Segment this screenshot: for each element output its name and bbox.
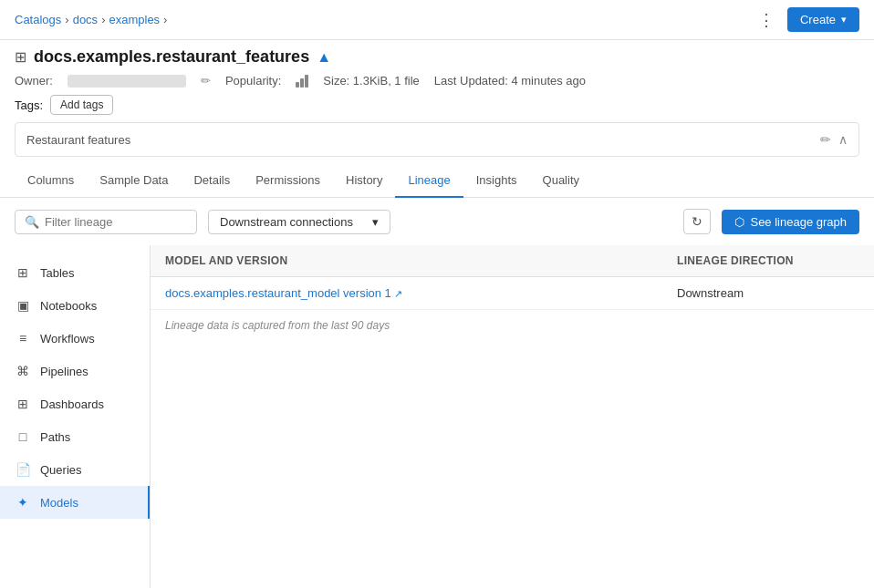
description-edit-button[interactable]: ✏ xyxy=(820,132,831,147)
see-lineage-graph-button[interactable]: ⬡ See lineage graph xyxy=(722,210,859,234)
meta-row: Owner: ✏ Popularity: Size: 1.3KiB, 1 fil… xyxy=(0,70,874,91)
paths-icon: □ xyxy=(15,429,31,444)
connection-type-dropdown[interactable]: Downstream connections ▾ xyxy=(208,210,390,234)
sidebar-item-notebooks[interactable]: ▣ Notebooks xyxy=(0,289,150,322)
sidebar-item-tables[interactable]: ⊞ Tables xyxy=(0,256,150,289)
cell-model: docs.examples.restaurant_model version 1… xyxy=(165,286,677,300)
pipelines-icon: ⌘ xyxy=(15,364,31,378)
tab-permissions[interactable]: Permissions xyxy=(243,164,333,198)
lineage-note: Lineage data is captured from the last 9… xyxy=(151,310,874,341)
create-button[interactable]: Create ▾ xyxy=(787,7,859,32)
create-chevron-icon: ▾ xyxy=(841,14,847,26)
sidebar-item-paths[interactable]: □ Paths xyxy=(0,420,150,453)
main-content: Model and version Lineage direction docs… xyxy=(151,245,874,588)
size-label: Size: 1.3KiB, 1 file xyxy=(323,74,420,88)
filter-lineage-input[interactable] xyxy=(45,215,172,229)
tags-row: Tags: Add tags xyxy=(0,91,874,122)
last-updated-label: Last Updated: 4 minutes ago xyxy=(434,74,586,88)
popularity-label: Popularity: xyxy=(225,74,281,88)
more-options-button[interactable]: ⋮ xyxy=(753,8,780,32)
sidebar: ⊞ Tables ▣ Notebooks ≡ Workflows ⌘ Pipel… xyxy=(0,245,151,588)
sidebar-item-pipelines[interactable]: ⌘ Pipelines xyxy=(0,355,150,387)
description-text: Restaurant features xyxy=(26,133,130,147)
owner-edit-icon[interactable]: ✏ xyxy=(201,74,211,88)
col-header-model: Model and version xyxy=(165,254,677,267)
tab-sample-data[interactable]: Sample Data xyxy=(87,164,181,198)
workflows-icon: ≡ xyxy=(15,331,31,346)
alert-icon: ▲ xyxy=(317,49,331,66)
dropdown-chevron-icon: ▾ xyxy=(372,215,379,229)
models-icon: ✦ xyxy=(15,495,31,510)
table-header: Model and version Lineage direction xyxy=(151,245,874,277)
top-bar-right: ⋮ Create ▾ xyxy=(753,7,859,32)
graph-icon: ⬡ xyxy=(734,215,744,229)
top-bar: Catalogs › docs › examples › ⋮ Create ▾ xyxy=(0,0,874,40)
breadcrumb-examples[interactable]: examples xyxy=(109,13,160,26)
owner-value xyxy=(68,75,186,88)
breadcrumb-docs[interactable]: docs xyxy=(73,13,98,26)
popularity-bars xyxy=(296,75,308,88)
notebooks-icon: ▣ xyxy=(15,298,31,313)
page-title: docs.examples.restaurant_features xyxy=(34,47,309,67)
dashboards-icon: ⊞ xyxy=(15,397,31,411)
queries-icon: 📄 xyxy=(15,462,31,477)
breadcrumb: Catalogs › docs › examples › xyxy=(15,13,167,26)
table-row: docs.examples.restaurant_model version 1… xyxy=(151,277,874,310)
refresh-button[interactable]: ↻ xyxy=(683,209,711,234)
tab-insights[interactable]: Insights xyxy=(463,164,530,198)
sidebar-item-models[interactable]: ✦ Models xyxy=(0,486,150,519)
filter-input-wrapper: 🔍 xyxy=(15,210,197,234)
description-box: Restaurant features ✏ ∧ xyxy=(15,122,859,157)
breadcrumb-catalogs[interactable]: Catalogs xyxy=(15,13,61,26)
model-link[interactable]: docs.examples.restaurant_model version 1… xyxy=(165,286,402,300)
sidebar-item-dashboards[interactable]: ⊞ Dashboards xyxy=(0,387,150,420)
tags-label: Tags: xyxy=(15,98,43,112)
content-area: ⊞ Tables ▣ Notebooks ≡ Workflows ⌘ Pipel… xyxy=(0,245,874,588)
tab-columns[interactable]: Columns xyxy=(15,164,87,198)
sidebar-item-queries[interactable]: 📄 Queries xyxy=(0,453,150,486)
lineage-toolbar: 🔍 Downstream connections ▾ ↻ ⬡ See linea… xyxy=(0,198,874,245)
table-icon: ⊞ xyxy=(15,48,26,66)
description-collapse-button[interactable]: ∧ xyxy=(838,132,848,147)
tabs: Columns Sample Data Details Permissions … xyxy=(0,164,874,198)
sidebar-item-workflows[interactable]: ≡ Workflows xyxy=(0,322,150,355)
search-icon: 🔍 xyxy=(25,215,39,229)
tab-lineage[interactable]: Lineage xyxy=(395,164,463,198)
col-header-lineage: Lineage direction xyxy=(677,254,859,267)
tab-details[interactable]: Details xyxy=(181,164,243,198)
title-row: ⊞ docs.examples.restaurant_features ▲ xyxy=(0,40,874,70)
tables-icon: ⊞ xyxy=(15,265,31,280)
tab-history[interactable]: History xyxy=(333,164,395,198)
add-tags-button[interactable]: Add tags xyxy=(50,95,113,115)
tab-quality[interactable]: Quality xyxy=(530,164,592,198)
cell-lineage-direction: Downstream xyxy=(677,286,859,300)
description-actions: ✏ ∧ xyxy=(820,132,848,147)
external-link-icon: ↗ xyxy=(394,288,402,299)
owner-label: Owner: xyxy=(15,74,53,88)
